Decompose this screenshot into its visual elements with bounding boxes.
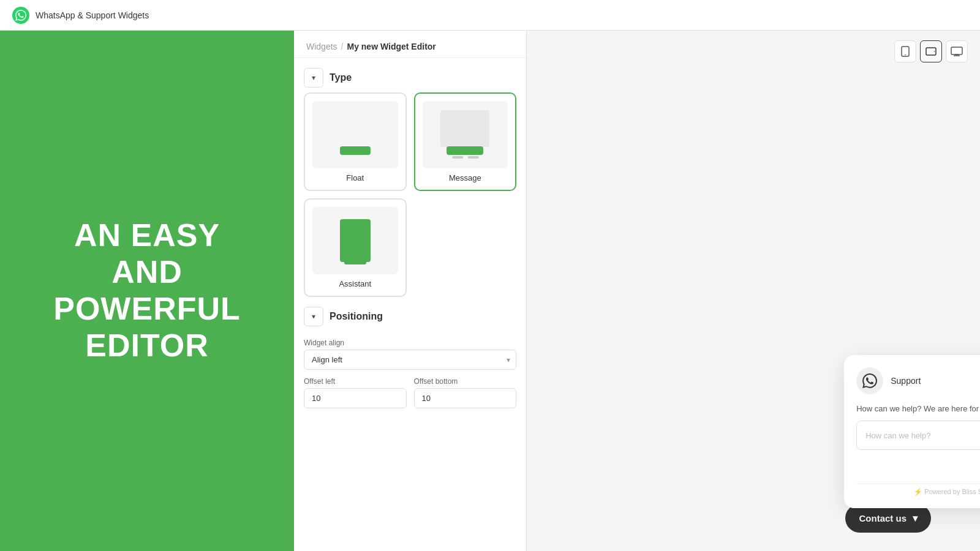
widget-align-label: Widget align (304, 339, 516, 347)
preview-panel: Support How can we help? We are here for… (527, 31, 980, 551)
topbar-title: WhatsApp & Support Widgets (36, 10, 149, 20)
whatsapp-avatar (856, 367, 883, 394)
widget-card-body: Support How can we help? We are here for… (844, 355, 980, 508)
breadcrumb-link[interactable]: Widgets (306, 42, 337, 51)
breadcrumb: Widgets / My new Widget Editor (294, 31, 526, 58)
desktop-view-button[interactable] (946, 40, 968, 62)
support-input-box[interactable]: How can we help? (856, 421, 980, 450)
type-section-title: Type (330, 72, 352, 83)
contact-chevron-icon: ▾ (913, 512, 918, 524)
type-cards-grid: Float Message (304, 92, 516, 297)
offset-bottom-label: Offset bottom (414, 377, 517, 386)
view-controls (894, 40, 968, 62)
message-preview-screen (440, 110, 489, 147)
offset-bottom-input[interactable] (414, 388, 517, 408)
widget-preview-card: Support How can we help? We are here for… (844, 355, 980, 508)
offset-left-label: Offset left (304, 377, 407, 386)
offset-left-input[interactable] (304, 388, 407, 408)
support-header: Support (856, 367, 980, 394)
send-btn-row: Send (856, 456, 980, 478)
assistant-preview-bar (344, 261, 366, 264)
support-input-placeholder: How can we help? (865, 431, 930, 440)
type-section-header: ▾ Type (304, 68, 516, 88)
widget-align-select-wrapper: Align left Align right Align center ▾ (304, 350, 516, 370)
widget-preview-outer: Support How can we help? We are here for… (845, 494, 931, 533)
assistant-label: Assistant (339, 279, 371, 288)
offset-left-field: Offset left (304, 377, 407, 408)
support-tagline: How can we help? We are here for you! (856, 404, 980, 413)
float-preview-bar (340, 146, 371, 155)
contact-us-button[interactable]: Contact us ▾ (845, 504, 931, 533)
contact-us-label: Contact us (859, 513, 907, 523)
mobile-view-button[interactable] (894, 40, 916, 62)
type-section-toggle[interactable]: ▾ (304, 68, 323, 88)
positioning-section-title: Positioning (330, 311, 383, 322)
float-preview (312, 101, 398, 168)
offset-row: Offset left Offset bottom (304, 377, 516, 408)
type-card-message[interactable]: Message (414, 92, 517, 191)
positioning-section: ▾ Positioning Widget align Align left Al… (304, 307, 516, 408)
type-section: ▾ Type Float (304, 68, 516, 297)
breadcrumb-separator: / (341, 42, 344, 51)
hero-panel: AN EASY AND POWERFUL EDITOR (0, 31, 294, 551)
svg-point-1 (905, 54, 906, 56)
message-preview (423, 101, 508, 168)
type-card-float[interactable]: Float (304, 92, 407, 191)
widget-align-field: Widget align Align left Align right Alig… (304, 339, 516, 370)
breadcrumb-current: My new Widget Editor (347, 42, 435, 51)
positioning-section-toggle[interactable]: ▾ (304, 307, 323, 326)
editor-content: ▾ Type Float (294, 58, 526, 418)
message-label: Message (449, 173, 481, 182)
message-preview-dot1 (452, 156, 463, 159)
positioning-section-header: ▾ Positioning (304, 307, 516, 326)
main-layout: AN EASY AND POWERFUL EDITOR Widgets / My… (0, 31, 980, 551)
message-preview-bar (447, 146, 483, 155)
tablet-view-button[interactable] (920, 40, 942, 62)
assistant-preview (312, 207, 398, 274)
message-preview-dot2 (468, 156, 479, 159)
support-label: Support (891, 376, 921, 386)
widget-align-select[interactable]: Align left Align right Align center (304, 350, 516, 370)
powered-by: ⚡ Powered by Bliss Scale (856, 484, 980, 496)
topbar: WhatsApp & Support Widgets (0, 0, 980, 31)
svg-point-3 (934, 51, 935, 52)
hero-text: AN EASY AND POWERFUL EDITOR (53, 217, 241, 364)
svg-rect-4 (951, 47, 962, 54)
float-label: Float (346, 173, 364, 182)
type-card-assistant[interactable]: Assistant (304, 198, 407, 297)
editor-panel: Widgets / My new Widget Editor ▾ Type F (294, 31, 527, 551)
whatsapp-logo-icon (12, 7, 29, 24)
offset-bottom-field: Offset bottom (414, 377, 517, 408)
assistant-preview-block (340, 219, 371, 262)
